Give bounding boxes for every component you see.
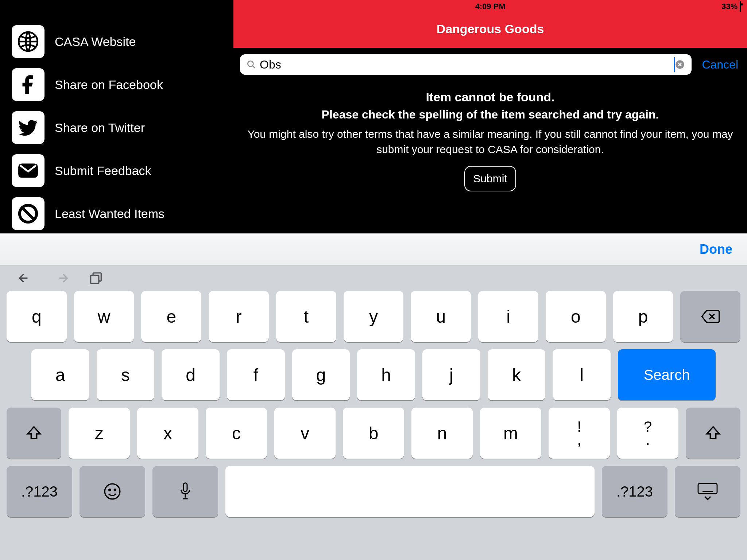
key-g[interactable]: g [292,349,350,400]
key-p[interactable]: p [613,291,673,342]
key-d[interactable]: d [162,349,220,400]
search-box[interactable] [240,54,692,75]
svg-point-4 [248,61,253,66]
key-c[interactable]: c [206,408,267,459]
clipboard-icon[interactable] [89,271,103,285]
key-b[interactable]: b [343,408,404,459]
search-input[interactable] [260,57,675,72]
mode-key-left[interactable]: .?123 [7,466,72,517]
key-m[interactable]: m [480,408,541,459]
shift-key-left[interactable] [7,408,61,459]
empty-state: Item cannot be found. Please check the s… [233,81,747,200]
undo-icon[interactable] [18,272,34,285]
sidebar-item-label: Submit Feedback [55,164,151,178]
emoji-key[interactable] [80,466,145,517]
key-w[interactable]: w [74,291,134,342]
key-t[interactable]: t [276,291,336,342]
svg-rect-14 [183,483,187,491]
sidebar-item-label: Share on Twitter [55,121,145,135]
key-z[interactable]: z [69,408,130,459]
empty-state-subtitle: Please check the spelling of the item se… [247,108,734,121]
punct-key-1[interactable]: ?. [617,408,678,459]
sidebar-item-twitter[interactable]: Share on Twitter [12,106,233,149]
sidebar-item-label: Least Wanted Items [55,207,165,221]
sidebar-item-casa-website[interactable]: CASA Website [12,20,233,63]
space-key[interactable] [225,466,595,517]
svg-point-12 [109,489,111,491]
key-f[interactable]: f [227,349,285,400]
svg-point-13 [114,489,116,491]
key-q[interactable]: q [7,291,67,342]
svg-line-5 [252,66,255,68]
page-title: Dangerous Goods [233,13,747,48]
key-j[interactable]: j [422,349,480,400]
empty-state-title: Item cannot be found. [247,90,734,104]
svg-rect-15 [698,483,717,494]
svg-line-3 [23,208,34,219]
punct-key-0[interactable]: !, [549,408,610,459]
key-r[interactable]: r [209,291,269,342]
prohibit-icon [12,197,44,230]
sidebar-item-label: Share on Facebook [55,78,163,92]
key-o[interactable]: o [546,291,606,342]
sidebar-item-least-wanted[interactable]: Least Wanted Items [12,192,233,235]
keyboard-accessory-bar: Done [0,233,747,265]
empty-state-body: You might also try other terms that have… [247,127,734,157]
clear-icon[interactable] [675,59,685,70]
key-s[interactable]: s [97,349,155,400]
mail-icon [12,154,44,187]
sidebar-item-facebook[interactable]: Share on Facebook [12,63,233,106]
key-k[interactable]: k [488,349,546,400]
keyboard: qwertyuiop asdfghjklSearch zxcvbnm!,?. .… [0,265,747,560]
key-y[interactable]: y [344,291,404,342]
facebook-icon [12,68,44,101]
sidebar-item-label: CASA Website [55,35,136,49]
dictation-key[interactable] [152,466,218,517]
key-u[interactable]: u [411,291,471,342]
status-bar: 4:09 PM 33% [233,0,747,13]
key-v[interactable]: v [274,408,336,459]
key-a[interactable]: a [31,349,89,400]
globe-icon [12,25,44,58]
shift-key-right[interactable] [686,408,740,459]
main-panel: 4:09 PM 33% Dangerous Goods [233,0,747,233]
search-icon [247,60,256,69]
redo-icon [53,272,69,285]
twitter-icon [12,111,44,144]
search-key[interactable]: Search [618,349,716,400]
key-n[interactable]: n [411,408,473,459]
sidebar: CASA Website Share on Facebook Share on … [0,0,233,233]
svg-point-11 [105,484,120,499]
backspace-key[interactable] [680,291,740,342]
key-x[interactable]: x [137,408,198,459]
battery-icon [740,2,741,11]
key-i[interactable]: i [478,291,538,342]
hide-keyboard-key[interactable] [675,466,740,517]
mode-key-right[interactable]: .?123 [602,466,667,517]
status-time: 4:09 PM [475,2,505,11]
key-e[interactable]: e [141,291,201,342]
battery-percent: 33% [721,2,738,11]
key-h[interactable]: h [357,349,415,400]
submit-button[interactable]: Submit [464,166,516,191]
sidebar-item-feedback[interactable]: Submit Feedback [12,149,233,192]
key-l[interactable]: l [553,349,611,400]
done-button[interactable]: Done [700,242,732,257]
svg-rect-8 [91,275,99,283]
cancel-button[interactable]: Cancel [702,58,738,71]
